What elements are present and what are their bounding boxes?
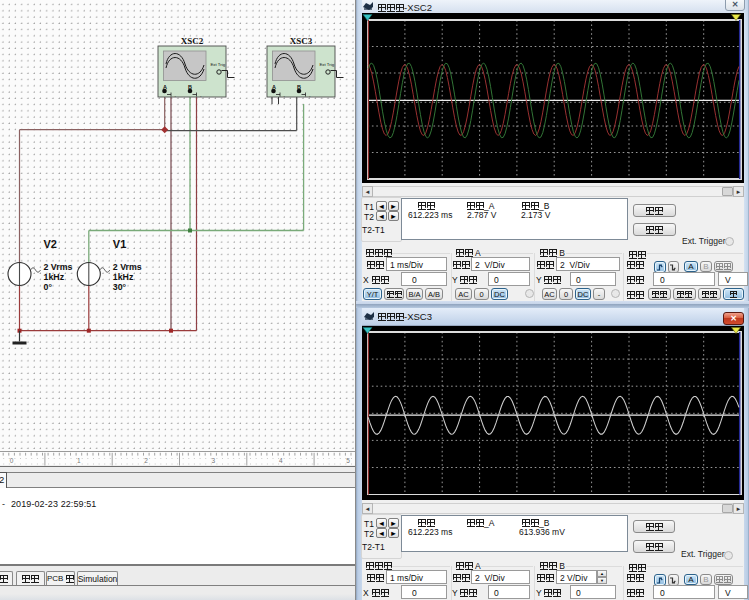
- svg-text:2: 2: [144, 457, 148, 464]
- svg-text:1: 1: [77, 457, 81, 464]
- svg-text:3: 3: [212, 457, 216, 464]
- svg-text:0°: 0°: [44, 282, 53, 292]
- svg-text:4: 4: [279, 457, 283, 464]
- svg-text:0: 0: [10, 457, 14, 464]
- svg-text:XSC2: XSC2: [181, 36, 204, 46]
- svg-text:B: B: [297, 84, 301, 90]
- svg-text:5: 5: [346, 457, 350, 464]
- svg-text:Ext Trig: Ext Trig: [211, 62, 226, 67]
- svg-text:V1: V1: [113, 238, 126, 250]
- svg-text:A: A: [163, 84, 167, 90]
- svg-text:V2: V2: [44, 238, 57, 250]
- svg-text:XSC3: XSC3: [290, 36, 313, 46]
- svg-text:2 Vrms: 2 Vrms: [44, 262, 73, 272]
- svg-text:A: A: [272, 84, 276, 90]
- svg-text:1kHz: 1kHz: [113, 272, 134, 282]
- svg-text:2 Vrms: 2 Vrms: [113, 262, 142, 272]
- svg-text:B: B: [188, 84, 192, 90]
- svg-text:30°: 30°: [113, 282, 127, 292]
- svg-text:Ext Trig: Ext Trig: [320, 62, 335, 67]
- svg-text:1kHz: 1kHz: [44, 272, 65, 282]
